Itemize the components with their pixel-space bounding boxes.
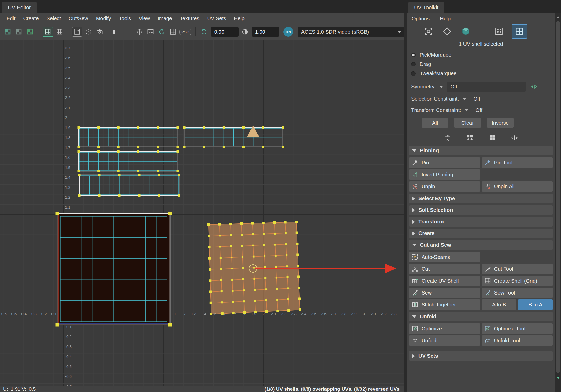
menu-cut-sew[interactable]: Cut/Sew: [65, 16, 92, 21]
menu-toolkit-help[interactable]: Help: [440, 16, 451, 21]
menu-options[interactable]: Options: [412, 16, 430, 21]
uv-editor-tab[interactable]: UV Editor: [2, 2, 37, 13]
menu-edit[interactable]: Edit: [3, 16, 19, 21]
uv-select-mode-icon[interactable]: [423, 25, 434, 37]
gamma-field[interactable]: 1.00: [252, 27, 279, 37]
mode-radio-1[interactable]: [411, 62, 416, 66]
scroll-up-button[interactable]: [555, 14, 561, 20]
pin-button[interactable]: Pin: [409, 157, 480, 168]
panel-divider[interactable]: [404, 13, 407, 392]
menu-uv-sets[interactable]: UV Sets: [203, 16, 230, 21]
uv-shell-selection-icon[interactable]: [512, 24, 527, 39]
optimize-tool-button[interactable]: Optimize Tool: [482, 323, 553, 334]
symmetry-dropdown-caret[interactable]: [440, 86, 443, 88]
display-filtered-image-icon[interactable]: [55, 27, 64, 36]
scrollbar-thumb[interactable]: [556, 21, 560, 373]
cut-tool-button[interactable]: Cut Tool: [482, 264, 553, 274]
mode-pick-marquee[interactable]: Pick/Marquee: [407, 50, 555, 59]
edge-select-mode-icon[interactable]: [441, 25, 453, 37]
layout-grid-icon[interactable]: [486, 132, 498, 144]
optimize-button[interactable]: Optimize: [409, 323, 480, 334]
uv-toolkit-tab[interactable]: UV Toolkit: [408, 2, 444, 13]
unpin-button[interactable]: Unpin: [409, 181, 480, 192]
section-header-pinning[interactable]: Pinning: [409, 146, 553, 155]
image-dim-slider[interactable]: [108, 32, 125, 32]
cut-button[interactable]: Cut: [409, 264, 480, 274]
slider-handle[interactable]: [113, 30, 115, 34]
snap-shells-icon[interactable]: [464, 132, 476, 144]
uv-selection-icon[interactable]: [493, 25, 505, 37]
collapse-triangle-icon: [412, 220, 415, 224]
sew-button[interactable]: Sew: [409, 288, 480, 298]
section-header-transform[interactable]: Transform: [409, 217, 553, 227]
mode-radio-2[interactable]: [411, 71, 416, 76]
section-header-unfold[interactable]: Unfold: [409, 312, 553, 321]
select-buttons-row: All Clear Inverse: [407, 118, 555, 128]
face-select-mode-icon[interactable]: [460, 25, 472, 37]
exposure-field[interactable]: 0.00: [211, 27, 239, 37]
select-clear-button[interactable]: Clear: [454, 118, 481, 128]
invert-pinning-button[interactable]: Invert Pinning: [409, 169, 480, 180]
selection-constraint-caret[interactable]: [463, 98, 466, 100]
uv-snapshot-camera-icon[interactable]: [95, 27, 104, 36]
section-header-select-by-type[interactable]: Select By Type: [409, 194, 553, 203]
create-uv-shell-button[interactable]: Create UV Shell: [409, 276, 480, 286]
menu-view[interactable]: View: [135, 16, 154, 21]
move-uv-icon[interactable]: [135, 27, 144, 36]
auto-seams-button[interactable]: Auto-Seams: [409, 252, 480, 262]
psd-icon[interactable]: PSD: [179, 29, 191, 35]
create-shell-grid-button[interactable]: Create Shell (Grid): [482, 276, 553, 286]
a-to-b-button[interactable]: A to B: [482, 299, 516, 310]
symmetry-mirror-icon[interactable]: [529, 81, 539, 92]
distribute-uvs-icon[interactable]: [508, 132, 520, 144]
shade-uvs-icon[interactable]: [84, 27, 93, 36]
uv-display-distortion-icon[interactable]: [25, 27, 35, 36]
svg-text:1.6: 1.6: [65, 155, 70, 160]
unfold-button[interactable]: Unfold: [409, 335, 480, 346]
mode-radio-0[interactable]: [411, 53, 416, 57]
menu-textures[interactable]: Textures: [176, 16, 203, 21]
menu-create[interactable]: Create: [19, 16, 42, 21]
transform-constraint-caret[interactable]: [465, 109, 468, 111]
colorspace-select[interactable]: ACES 1.0 SDR-video (sRGB): [298, 27, 406, 37]
scroll-down-button[interactable]: [555, 375, 561, 381]
menu-help[interactable]: Help: [230, 16, 248, 21]
pixel-snap-icon[interactable]: [72, 27, 82, 37]
mode-drag[interactable]: Drag: [407, 59, 555, 69]
display-image-toggle-icon[interactable]: [43, 27, 53, 37]
select-all-button[interactable]: All: [422, 118, 448, 128]
select-inverse-button[interactable]: Inverse: [487, 118, 514, 128]
contrast-icon[interactable]: [240, 27, 250, 36]
menu-select[interactable]: Select: [43, 16, 65, 21]
section-header-uv-sets[interactable]: UV Sets: [409, 351, 553, 361]
update-psd-icon[interactable]: [200, 27, 209, 36]
symmetry-value[interactable]: Off: [447, 82, 526, 92]
color-management-toggle[interactable]: ON: [283, 27, 293, 37]
transform-constraint-value[interactable]: Off: [476, 107, 482, 113]
uv-display-checker-icon[interactable]: [3, 27, 12, 36]
section-header-cut-and-sew[interactable]: Cut and Sew: [409, 240, 553, 250]
stitch-together-button[interactable]: Stitch Together: [409, 299, 480, 310]
selection-constraint-value[interactable]: Off: [474, 96, 480, 102]
uv-display-shaded-icon[interactable]: [14, 27, 24, 36]
section-header-create[interactable]: Create: [409, 229, 553, 238]
section-header-soft-selection[interactable]: Soft Selection: [409, 205, 553, 215]
menu-modify[interactable]: Modify: [92, 16, 115, 21]
svg-text:2.6: 2.6: [65, 56, 70, 60]
unpin-all-button[interactable]: Unpin All: [482, 181, 553, 192]
uv-canvas[interactable]: 2.72.62.52.42.32.22.121.91.81.71.61.51.4…: [0, 40, 404, 386]
pin-tool-button[interactable]: Pin Tool: [482, 157, 553, 168]
toolkit-scrollbar[interactable]: [555, 13, 561, 392]
svg-text:-0.1: -0.1: [50, 312, 57, 316]
uv-shell-textured-square[interactable]: [56, 212, 172, 327]
image-range-icon[interactable]: [146, 27, 155, 36]
menu-image[interactable]: Image: [154, 16, 176, 21]
sew-tool-button[interactable]: Sew Tool: [482, 288, 553, 298]
uv-grid-display-icon[interactable]: [168, 27, 178, 36]
menu-tools[interactable]: Tools: [115, 16, 135, 21]
mode-tweak-marquee[interactable]: Tweak/Marquee: [407, 69, 555, 78]
b-to-a-button[interactable]: B to A: [518, 299, 553, 310]
unfold-tool-button[interactable]: Unfold Tool: [482, 335, 553, 346]
align-uvs-icon[interactable]: [442, 132, 454, 144]
refresh-image-icon[interactable]: [157, 27, 166, 36]
